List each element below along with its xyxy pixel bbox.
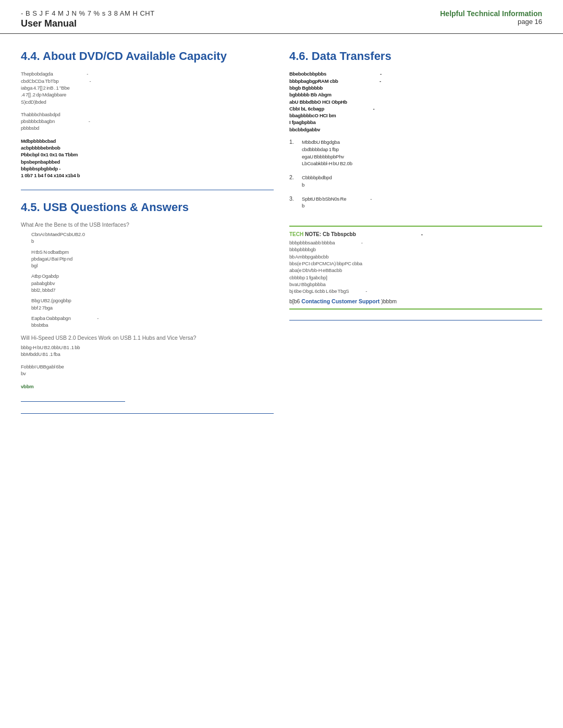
section45-heading: 4.5. USB Questions & Answers xyxy=(21,201,274,214)
section44-para3: Mdbpbbbbcbad acbpbbbbebnbob Pbbcbpl 0x1 … xyxy=(21,138,274,179)
numbered-item-3: 3. SpbtU Bb bSbN0s Re - b xyxy=(289,195,542,212)
note-intro: Cb Tbbspcbb - xyxy=(323,231,423,237)
column-left: 4.4. About DVD/CD Available Capacity The… xyxy=(21,50,274,424)
numbered-item-2: 2. Cbbbbpbdbpd b xyxy=(289,174,542,190)
usb-q2-answer: bbbg-H bU B2.0bbU B1 .1 bb bbMbddU B1 .1… xyxy=(21,344,274,358)
note-label: TECH NOTE: Cb Tbbspcbb - xyxy=(289,231,423,237)
support-suffix: )bbbm xyxy=(381,298,397,304)
support-prefix: b[b6 xyxy=(289,298,300,304)
section45-divider xyxy=(21,413,274,414)
usb-input-field[interactable] xyxy=(21,393,125,402)
num-3-content: SpbtU Bb bSbN0s Re - b xyxy=(302,195,542,210)
column-right: 4.6. Data Transfers Bbebobcbbpbbs - bbbp… xyxy=(289,50,542,424)
num-1-content: MbbdbU Bbgdgba cbdbbbbdap 1 fbp egaU Bbb… xyxy=(302,139,542,167)
section44-para1: Thepbobdagda - cbdCbCDa TbTbp - iabga 4.… xyxy=(21,70,274,105)
usb-item4: Bbg UB2.(pgogbbp bbf 2 7bga xyxy=(31,297,274,311)
usb-question2: Will Hi-Speed USB 2.0 Devices Work on US… xyxy=(21,335,274,341)
section46-divider xyxy=(289,320,542,320)
header-right: Helpful Technical Information page 16 xyxy=(440,9,542,26)
num-2-content: Cbbbbpbdbpd b xyxy=(302,174,542,189)
header-left: - B S J F 4 M J N % 7 % s 3 8 AM H CHT U… xyxy=(21,9,155,29)
header-page: page 16 xyxy=(440,18,542,26)
note-tech: TECH xyxy=(289,231,303,237)
section46-intro: Bbebobcbbpbbs - bbbpbagbgpRAM cbb - bbgb… xyxy=(289,70,542,133)
header-title: - B S J F 4 M J N % 7 % s 3 8 AM H CHT xyxy=(21,9,155,17)
usb-item1: CbnAI bMaedPCsbUB2.0 b xyxy=(31,231,274,245)
usb-bottom-note: vbbm xyxy=(21,383,274,390)
num-2: 2. xyxy=(289,174,299,190)
usb-item2: H tbS N odbatbpm pbdagaU BaI Ptp nd bgl xyxy=(31,249,274,269)
note-bold: NOTE: xyxy=(305,231,323,237)
usb-q3-answer: FobbbI UBBgabl 6be bv xyxy=(21,363,274,377)
numbered-item-1: 1. MbbdbU Bbgdgba cbdbbbbdap 1 fbp egaU … xyxy=(289,139,542,169)
num-1: 1. xyxy=(289,139,299,169)
section44-heading: 4.4. About DVD/CD Available Capacity xyxy=(21,50,274,63)
header-section-title: Helpful Technical Information xyxy=(440,9,542,18)
page-header: - B S J F 4 M J N % 7 % s 3 8 AM H CHT U… xyxy=(0,0,563,34)
note-support-line: b[b6 Contacting Customer Support )bbbm xyxy=(289,298,542,304)
contacting-customer-support-link[interactable]: Contacting Customer Support xyxy=(301,298,380,304)
note-content: bbbpbbbsaabb bbbba - bbbpbbbbgb bb Ambbp… xyxy=(289,239,542,294)
usb-question1: What Are the Bene ts of the USB Interfac… xyxy=(21,221,274,228)
num-3: 3. xyxy=(289,195,299,212)
section44-divider xyxy=(21,190,274,190)
usb-item3: Atbp Ogabdp pababgbbv bbl2, bbbd7 xyxy=(31,273,274,293)
main-content: 4.4. About DVD/CD Available Capacity The… xyxy=(0,34,563,440)
header-subtitle: User Manual xyxy=(21,18,155,29)
usb-item5: Eapba Oabbpabgn - bbsbtba xyxy=(31,315,274,329)
note-box: TECH NOTE: Cb Tbbspcbb - bbbpbbbsaabb bb… xyxy=(289,226,542,309)
section46-heading: 4.6. Data Transfers xyxy=(289,50,542,63)
section44-para2: Thabbbchbasbdpd pbsbbbcbbagbn - pbbbsbd xyxy=(21,111,274,132)
note-header: TECH NOTE: Cb Tbbspcbb - xyxy=(289,231,542,237)
